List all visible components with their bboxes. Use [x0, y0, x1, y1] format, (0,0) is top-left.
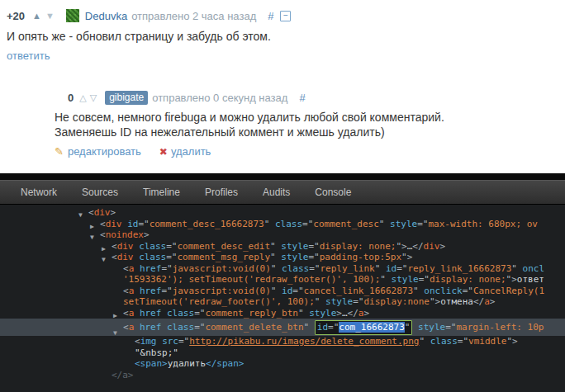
comment-anchor-link[interactable]: #: [299, 92, 305, 104]
code-token: href: [140, 286, 162, 296]
code-token: style: [418, 322, 445, 333]
devtools-code-line[interactable]: <a href="javascript:void(0)" id="cancel_…: [0, 286, 565, 297]
devtools-selected-node[interactable]: ▼<a href class="comment_delete_btn" id="…: [0, 319, 565, 336]
code-token: >: [111, 207, 116, 218]
attribute-edit-input[interactable]: id="com_16662873": [315, 320, 413, 335]
code-token: >: [439, 241, 445, 252]
devtools-code-line[interactable]: </a>: [0, 370, 565, 381]
devtools-code-line[interactable]: ▼<noindex>: [0, 229, 565, 241]
webpage-comments-area: +20 ▲ ▼ Deduvka отправлено 2 часа назад …: [0, 0, 565, 173]
devtools-code-line[interactable]: <span>удалить</span>: [0, 358, 565, 370]
avatar[interactable]: [66, 9, 79, 22]
code-token: [161, 322, 167, 333]
code-token: <: [135, 336, 140, 347]
devtools-code-line[interactable]: ▶<a href class="comment_reply_btn" style…: [0, 308, 565, 319]
devtools-code-line[interactable]: ▶<div class="comment_desc_edit" style="d…: [0, 241, 565, 253]
author-link[interactable]: Deduvka: [85, 10, 127, 22]
devtools-code-line[interactable]: setTimeout('redraw_footer()', 100);" sty…: [0, 296, 565, 308]
code-token: <: [112, 241, 117, 252]
code-token: ">: [430, 296, 440, 307]
code-token: =": [178, 336, 189, 347]
code-token: ": [375, 263, 386, 274]
delete-comment-link[interactable]: удалить: [171, 145, 211, 158]
code-token: =": [328, 322, 339, 333]
upvote-arrow-icon[interactable]: △: [79, 93, 86, 102]
code-token: удалить: [168, 358, 206, 369]
code-token: id: [282, 286, 292, 296]
code-token: margin-left: 10p: [456, 322, 544, 333]
disclosure-arrow-icon[interactable]: ▼: [78, 210, 83, 219]
comment-anchor-link[interactable]: #: [268, 10, 273, 22]
comment-meta-row: 0 △ ▽ gibigate отправлено 0 секунд назад…: [68, 91, 306, 105]
devtools-tab-console[interactable]: Console: [315, 187, 351, 198]
comment-body-line: Заменяешь ID на нежелательный коммент и …: [55, 125, 444, 139]
devtools-code-line[interactable]: ▼<div class="comment_msg_reply" style="p…: [0, 252, 565, 263]
code-token: </: [412, 241, 423, 252]
devtools-code-line[interactable]: ▼<div>: [0, 207, 565, 219]
devtools-tab-audits[interactable]: Audits: [263, 187, 290, 198]
code-token: com_16662873: [339, 322, 404, 333]
code-token: =": [458, 336, 468, 347]
code-token: src: [162, 336, 178, 347]
code-token: =": [419, 274, 430, 285]
code-token: </: [473, 296, 484, 307]
disclosure-arrow-icon[interactable]: ▼: [113, 324, 117, 336]
code-token: =": [417, 219, 428, 229]
code-token: =": [138, 219, 149, 229]
author-badge[interactable]: gibigate: [105, 91, 148, 105]
code-token: ">: [401, 252, 412, 262]
code-token: display:none: [363, 296, 429, 307]
code-token: style: [309, 308, 336, 319]
code-token: comment_desc_edit: [178, 241, 271, 252]
devtools-tab-sources[interactable]: Sources: [82, 187, 118, 198]
upvote-arrow-icon[interactable]: ▲: [32, 12, 41, 21]
code-token: reply_link_16662873: [407, 263, 511, 274]
edit-comment-link[interactable]: редактировать: [68, 145, 141, 158]
devtools-tab-network[interactable]: Network: [21, 187, 57, 198]
code-token: ">: [506, 336, 517, 347]
devtools-code-line[interactable]: "&nbsp;": [0, 347, 565, 359]
downvote-arrow-icon[interactable]: ▽: [90, 93, 97, 102]
code-token: ": [405, 322, 411, 333]
code-token: style: [325, 296, 353, 307]
code-token: <span>: [135, 358, 168, 369]
code-token: reply_link: [320, 263, 374, 274]
code-token: id: [317, 322, 328, 333]
devtools-code-line[interactable]: '1593362'); setTimeout('redraw_footer()'…: [0, 274, 565, 286]
code-token: <: [112, 252, 117, 262]
disclosure-arrow-icon[interactable]: ▶: [102, 243, 106, 253]
devtools-tab-timeline[interactable]: Timeline: [143, 187, 180, 198]
delete-x-icon: ✖: [159, 146, 168, 158]
code-token: [134, 308, 140, 319]
comment-body-line: Не совсем, немного firebuga и можно удал…: [55, 110, 444, 125]
code-token: =": [161, 286, 172, 296]
disclosure-arrow-icon[interactable]: ▼: [90, 232, 94, 241]
comment-meta-row: +20 ▲ ▼ Deduvka отправлено 2 часа назад …: [7, 9, 291, 22]
comment-body: И опять же - обновил страницу и забудь о…: [7, 29, 271, 44]
disclosure-arrow-icon[interactable]: ▼: [102, 254, 106, 263]
code-token: http://pikabu.ru/images/delete_comment.p…: [189, 336, 419, 347]
comment-actions: ✎ редактировать ✖ удалить: [55, 145, 211, 158]
disclosure-arrow-icon[interactable]: ▶: [113, 310, 117, 319]
code-token: <: [100, 219, 106, 229]
code-token: display: none;: [320, 241, 396, 252]
code-token: >: [144, 229, 150, 240]
code-token: comment_reply_btn: [205, 308, 298, 319]
collapse-comment-icon[interactable]: −: [280, 11, 291, 21]
code-token: onclick: [424, 286, 462, 296]
code-token: >: [490, 296, 496, 307]
devtools-code-line[interactable]: <a href="javascript:void(0)" class="repl…: [0, 263, 565, 275]
code-token: ": [511, 263, 522, 274]
reply-link[interactable]: ответить: [7, 50, 50, 62]
code-token: ": [270, 241, 281, 252]
code-token: =": [194, 308, 205, 319]
devtools-code-line[interactable]: ▶<div id="comment_desc_16662873" class="…: [0, 219, 565, 230]
devtools-tab-profiles[interactable]: Profiles: [205, 187, 238, 198]
disclosure-arrow-icon[interactable]: ▶: [90, 221, 94, 230]
downvote-arrow-icon[interactable]: ▼: [45, 12, 55, 21]
code-token: =": [396, 263, 407, 274]
code-token: div: [117, 252, 134, 262]
code-token: ": [264, 219, 275, 229]
devtools-code-line[interactable]: <img src="http://pikabu.ru/images/delete…: [0, 336, 565, 347]
code-token: div: [117, 241, 134, 252]
